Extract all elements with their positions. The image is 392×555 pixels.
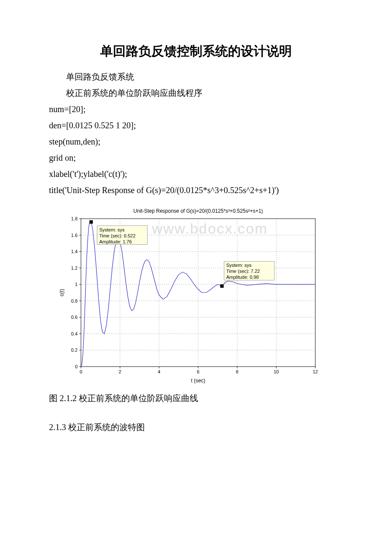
document-title: 单回路负反馈控制系统的设计说明 (49, 43, 343, 60)
svg-text:8: 8 (236, 369, 239, 374)
svg-text:www.bdocx.com: www.bdocx.com (152, 220, 268, 237)
svg-text:1.8: 1.8 (71, 216, 78, 221)
svg-text:Time (sec): 0.522: Time (sec): 0.522 (99, 233, 135, 238)
paragraph-1: 单回路负反馈系统 (49, 69, 343, 85)
svg-text:0.8: 0.8 (71, 298, 78, 304)
figure-caption: 图 2.1.2 校正前系统的单位阶跃响应曲线 (49, 390, 343, 406)
svg-text:0.6: 0.6 (71, 315, 78, 320)
chart-container: Unit-Step Response of G(s)=20/(0.0125*s³… (58, 207, 343, 386)
code-line-5: xlabel('t');ylabel('c(t)'); (49, 166, 343, 182)
svg-text:10: 10 (274, 369, 279, 374)
svg-text:4: 4 (158, 369, 160, 374)
svg-text:1.4: 1.4 (71, 249, 78, 254)
svg-line-62 (222, 280, 228, 286)
svg-text:2: 2 (119, 369, 121, 374)
svg-text:0: 0 (75, 364, 78, 369)
svg-text:Amplitude: 0.98: Amplitude: 0.98 (226, 275, 259, 280)
svg-text:Amplitude: 1.76: Amplitude: 1.76 (99, 239, 132, 244)
svg-text:Unit-Step Response of G(s)=20/: Unit-Step Response of G(s)=20/(0.0125*s³… (133, 208, 263, 214)
svg-rect-52 (89, 220, 93, 224)
svg-text:System: sys: System: sys (226, 263, 252, 268)
svg-text:1: 1 (75, 282, 78, 287)
section-heading: 2.1.3 校正前系统的波特图 (49, 419, 343, 435)
code-line-6: title('Unit-Step Response of G(s)=20/(0.… (49, 182, 343, 198)
svg-text:0: 0 (80, 369, 82, 374)
svg-text:12: 12 (313, 369, 318, 374)
svg-text:1.2: 1.2 (71, 266, 78, 271)
svg-text:6: 6 (197, 369, 199, 374)
svg-text:c(t): c(t) (59, 289, 65, 296)
code-line-3: step(num,den); (49, 133, 343, 150)
step-response-chart: Unit-Step Response of G(s)=20/(0.0125*s³… (58, 207, 322, 386)
svg-text:0.2: 0.2 (71, 347, 78, 353)
code-line-1: num=[20]; (49, 101, 343, 117)
code-line-2: den=[0.0125 0.525 1 20]; (49, 117, 343, 133)
document-page: 单回路负反馈控制系统的设计说明 单回路负反馈系统 校正前系统的单位阶跃响应曲线程… (0, 0, 392, 461)
svg-text:System: sys: System: sys (99, 227, 125, 232)
svg-text:t (sec): t (sec) (191, 378, 205, 384)
svg-text:1.6: 1.6 (71, 233, 78, 238)
code-line-4: grid on; (49, 150, 343, 166)
paragraph-2: 校正前系统的单位阶跃响应曲线程序 (49, 85, 343, 101)
svg-text:0.4: 0.4 (71, 331, 78, 336)
svg-text:Time (sec): 7.22: Time (sec): 7.22 (226, 269, 260, 274)
